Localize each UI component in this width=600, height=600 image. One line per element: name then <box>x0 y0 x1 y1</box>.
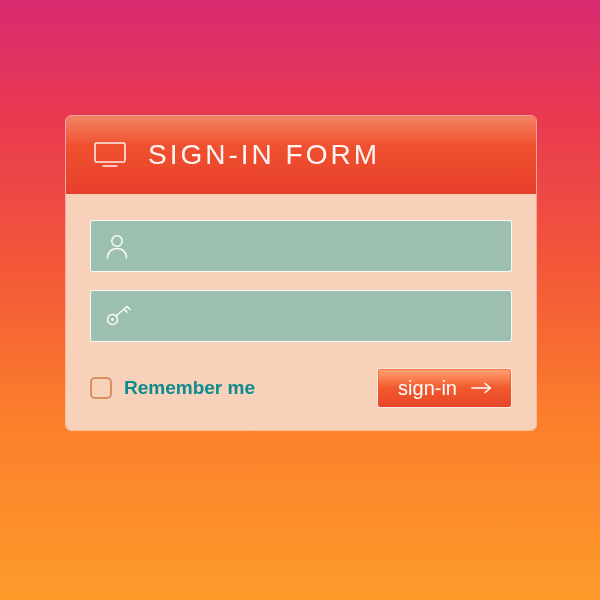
remember-me[interactable]: Remember me <box>90 377 255 399</box>
svg-point-4 <box>111 318 114 321</box>
key-icon <box>105 304 133 328</box>
username-input[interactable] <box>141 236 497 256</box>
svg-rect-0 <box>95 143 125 162</box>
form-title: SIGN-IN FORM <box>148 139 380 171</box>
password-field[interactable] <box>90 290 512 342</box>
monitor-icon <box>94 142 126 168</box>
user-icon <box>105 233 129 259</box>
arrow-right-icon <box>471 382 493 394</box>
card-header: SIGN-IN FORM <box>66 116 536 194</box>
remember-label: Remember me <box>124 377 255 399</box>
signin-button[interactable]: sign-in <box>377 368 512 408</box>
card-body: Remember me sign-in <box>66 194 536 430</box>
svg-point-2 <box>112 236 122 246</box>
form-footer-row: Remember me sign-in <box>90 368 512 408</box>
signin-card: SIGN-IN FORM <box>65 115 537 431</box>
username-field[interactable] <box>90 220 512 272</box>
password-input[interactable] <box>145 306 497 326</box>
signin-button-label: sign-in <box>398 377 457 400</box>
remember-checkbox[interactable] <box>90 377 112 399</box>
